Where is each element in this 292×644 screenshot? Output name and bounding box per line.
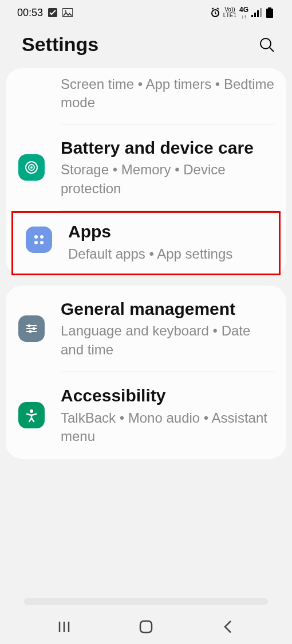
- svg-point-16: [34, 241, 38, 244]
- item-subtitle: TalkBack • Mono audio • Assistant menu: [61, 409, 275, 446]
- general-management-icon: [18, 315, 45, 342]
- svg-point-18: [28, 324, 31, 327]
- back-button[interactable]: [205, 619, 251, 634]
- signal-icon: [251, 7, 262, 18]
- svg-point-10: [261, 38, 271, 49]
- network-type: 4G ↓↑: [239, 6, 248, 19]
- settings-card-2: General management Language and keyboard…: [6, 286, 286, 459]
- settings-item-general[interactable]: General management Language and keyboard…: [6, 286, 286, 372]
- volte-indicator: Vo)) LTE1: [223, 7, 236, 18]
- search-icon: [259, 37, 275, 53]
- app-header: Settings: [0, 23, 292, 68]
- accessibility-icon: [18, 402, 45, 428]
- apps-icon: [26, 227, 52, 253]
- svg-point-17: [40, 241, 44, 244]
- item-subtitle: Screen time • App timers • Bedtime mode: [61, 75, 275, 112]
- recents-button[interactable]: [41, 620, 87, 634]
- item-title: Apps: [68, 221, 267, 243]
- settings-item-digital-wellbeing[interactable]: Screen time • App timers • Bedtime mode: [6, 68, 286, 124]
- image-icon: [62, 7, 73, 18]
- item-title: General management: [61, 298, 275, 320]
- svg-point-2: [65, 10, 66, 12]
- alarm-icon: [210, 7, 220, 18]
- back-icon: [222, 619, 234, 634]
- recents-icon: [57, 620, 71, 634]
- page-title: Settings: [22, 33, 98, 56]
- search-button[interactable]: [258, 36, 276, 54]
- svg-rect-4: [251, 15, 253, 17]
- status-bar: 00:53 Vo)) LTE1 4G ↓↑: [0, 0, 292, 23]
- navigation-bar: [0, 610, 292, 644]
- device-care-icon: [18, 154, 45, 181]
- item-title: Battery and device care: [61, 137, 275, 159]
- home-button[interactable]: [123, 619, 169, 634]
- battery-icon: [265, 7, 275, 18]
- clock: 00:53: [17, 7, 43, 19]
- settings-item-apps[interactable]: Apps Default apps • App settings: [13, 213, 279, 274]
- svg-point-15: [40, 235, 44, 239]
- svg-rect-22: [140, 621, 152, 633]
- scroll-indicator: [24, 598, 268, 605]
- svg-point-13: [30, 166, 33, 169]
- svg-rect-9: [266, 9, 273, 18]
- settings-item-accessibility[interactable]: Accessibility TalkBack • Mono audio • As…: [6, 372, 286, 458]
- item-title: Accessibility: [61, 385, 275, 407]
- checkbox-icon: [48, 7, 58, 18]
- item-subtitle: Default apps • App settings: [68, 245, 267, 263]
- svg-point-20: [29, 330, 32, 333]
- item-subtitle: Language and keyboard • Date and time: [61, 322, 275, 359]
- svg-rect-7: [260, 8, 262, 17]
- svg-rect-6: [257, 10, 259, 17]
- svg-point-21: [30, 409, 33, 413]
- svg-point-19: [33, 327, 35, 330]
- home-icon: [139, 619, 153, 634]
- settings-card-1: Screen time • App timers • Bedtime mode …: [6, 68, 286, 275]
- settings-item-battery[interactable]: Battery and device care Storage • Memory…: [6, 124, 286, 210]
- svg-rect-5: [254, 13, 256, 17]
- svg-point-14: [34, 235, 38, 239]
- highlight-box: Apps Default apps • App settings: [11, 211, 281, 275]
- item-subtitle: Storage • Memory • Device protection: [61, 161, 275, 198]
- svg-rect-8: [268, 7, 271, 9]
